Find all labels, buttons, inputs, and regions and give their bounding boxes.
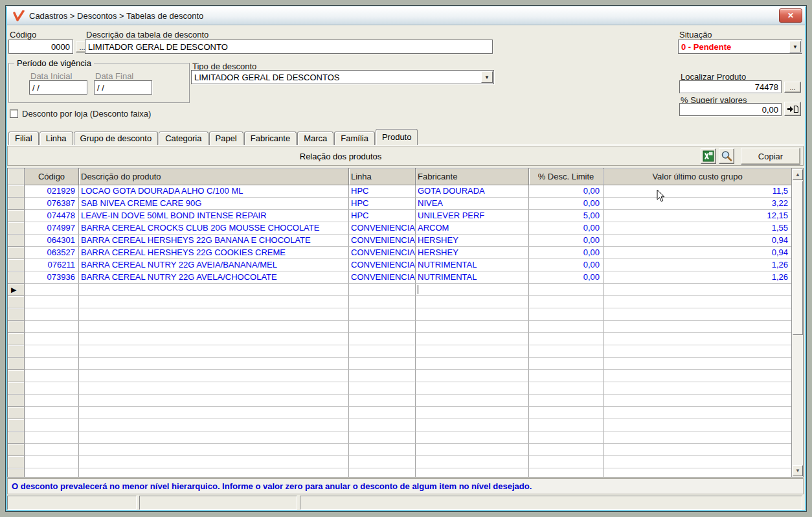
- cell-valor[interactable]: 1,26: [603, 259, 792, 271]
- cell-codigo[interactable]: 076387: [25, 198, 79, 210]
- tab-categoria[interactable]: Categoria: [159, 132, 208, 145]
- cell-fabricante[interactable]: ARCOM: [416, 222, 529, 235]
- grid-vertical-scrollbar[interactable]: ▲ ▼: [791, 168, 803, 477]
- cell-linha[interactable]: CONVENIENCIA: [349, 235, 416, 247]
- cell-linha[interactable]: CONVENIENCIA: [349, 247, 416, 259]
- cell-linha[interactable]: CONVENIENCIA: [349, 271, 416, 284]
- cell-linha[interactable]: CONVENIENCIA: [349, 222, 416, 235]
- cell-codigo[interactable]: 074997: [25, 222, 79, 235]
- cell-descricao[interactable]: [79, 284, 349, 296]
- cell-descricao[interactable]: BARRA CEREAL NUTRY 22G AVELA/CHOCOLATE: [79, 271, 349, 284]
- tab-marca[interactable]: Marca: [297, 132, 333, 145]
- cell-descricao[interactable]: LEAVE-IN DOVE 50ML BOND INTENSE REPAIR: [79, 210, 349, 222]
- column-header-desc_limite[interactable]: % Desc. Limite: [529, 168, 603, 185]
- tipo-desconto-select[interactable]: LIMITADOR GERAL DE DESCONTOS ▼: [191, 70, 494, 84]
- column-header-linha[interactable]: Linha: [349, 168, 416, 185]
- localizar-produto-browse-button[interactable]: ...: [784, 82, 801, 93]
- scroll-up-button[interactable]: ▲: [793, 169, 803, 180]
- table-row[interactable]: 076387SAB NIVEA CREME CARE 90GHPCNIVEA0,…: [8, 198, 792, 210]
- table-row[interactable]: 073936BARRA CEREAL NUTRY 22G AVELA/CHOCO…: [8, 271, 792, 284]
- cell-desc_limite[interactable]: 0,00: [529, 198, 603, 210]
- table-row[interactable]: 076211BARRA CEREAL NUTRY 22G AVEIA/BANAN…: [8, 259, 792, 271]
- tab-linha[interactable]: Linha: [39, 132, 73, 145]
- descricao-field[interactable]: LIMITADOR GERAL DE DESCONTO: [85, 40, 493, 54]
- cell-fabricante[interactable]: NIVEA: [416, 198, 529, 210]
- tab-grupo-de-desconto[interactable]: Grupo de desconto: [74, 132, 159, 145]
- localizar-produto-field[interactable]: 74478: [679, 80, 782, 93]
- cell-codigo[interactable]: 076211: [25, 259, 79, 271]
- tab-filial[interactable]: Filial: [8, 132, 39, 145]
- tab-produto[interactable]: Produto: [376, 129, 418, 145]
- titlebar[interactable]: Cadastros > Descontos > Tabelas de desco…: [7, 7, 805, 25]
- column-header-valor[interactable]: Valor último custo grupo: [603, 168, 792, 185]
- cell-valor[interactable]: 0,94: [603, 235, 792, 247]
- cell-codigo[interactable]: [25, 284, 79, 296]
- current-row[interactable]: ▶: [8, 284, 792, 296]
- copy-button[interactable]: Copiar: [741, 148, 800, 165]
- codigo-field[interactable]: 0000: [8, 40, 73, 54]
- cell-descricao[interactable]: SAB NIVEA CREME CARE 90G: [79, 198, 349, 210]
- cell-valor[interactable]: 11,5: [603, 185, 792, 198]
- close-button[interactable]: ✕: [779, 8, 802, 23]
- cell-desc_limite[interactable]: 5,00: [529, 210, 603, 222]
- cell-codigo[interactable]: 073936: [25, 271, 79, 284]
- situacao-dropdown-button[interactable]: ▼: [789, 41, 801, 52]
- tab-fabricante[interactable]: Fabricante: [244, 132, 297, 145]
- cell-linha[interactable]: HPC: [349, 198, 416, 210]
- cell-fabricante[interactable]: [416, 284, 529, 296]
- cell-valor[interactable]: 1,26: [603, 271, 792, 284]
- tab-papel[interactable]: Papel: [209, 132, 243, 145]
- cell-desc_limite[interactable]: [529, 284, 603, 296]
- cell-valor[interactable]: 1,55: [603, 222, 792, 235]
- cell-linha[interactable]: [349, 284, 416, 296]
- cell-valor[interactable]: 0,94: [603, 247, 792, 259]
- sugerir-valores-field[interactable]: 0,00: [679, 103, 782, 116]
- products-grid[interactable]: CódigoDescrição do produtoLinhaFabricant…: [7, 168, 804, 477]
- search-product-button[interactable]: [719, 148, 734, 164]
- apply-values-button[interactable]: [784, 102, 801, 116]
- column-header-codigo[interactable]: Código: [25, 168, 79, 185]
- data-final-field[interactable]: / /: [94, 80, 152, 95]
- export-excel-button[interactable]: [701, 148, 716, 164]
- column-header-descricao[interactable]: Descrição do produto: [79, 168, 349, 185]
- table-row[interactable]: 074478LEAVE-IN DOVE 50ML BOND INTENSE RE…: [8, 210, 792, 222]
- cell-desc_limite[interactable]: 0,00: [529, 185, 603, 198]
- tab-família[interactable]: Família: [334, 132, 375, 145]
- situacao-select[interactable]: 0 - Pendente ▼: [678, 40, 802, 54]
- data-inicial-field[interactable]: / /: [29, 80, 87, 95]
- cell-fabricante[interactable]: NUTRIMENTAL: [416, 271, 529, 284]
- cell-desc_limite[interactable]: 0,00: [529, 271, 603, 284]
- cell-codigo[interactable]: 063527: [25, 247, 79, 259]
- cell-fabricante[interactable]: NUTRIMENTAL: [416, 259, 529, 271]
- cell-codigo[interactable]: 021929: [25, 185, 79, 198]
- table-row[interactable]: 063527BARRA CEREAL HERSHEYS 22G COOKIES …: [8, 247, 792, 259]
- cell-fabricante[interactable]: UNILEVER PERF: [416, 210, 529, 222]
- scroll-thumb[interactable]: [793, 181, 803, 335]
- cell-valor[interactable]: [603, 284, 792, 296]
- cell-fabricante[interactable]: GOTA DOURADA: [416, 185, 529, 198]
- cell-descricao[interactable]: BARRA CEREAL HERSHEYS 22G BANANA E CHOCO…: [79, 235, 349, 247]
- cell-desc_limite[interactable]: 0,00: [529, 222, 603, 235]
- cell-fabricante[interactable]: HERSHEY: [416, 247, 529, 259]
- tipo-desconto-dropdown-button[interactable]: ▼: [481, 71, 493, 83]
- column-header-fabricante[interactable]: Fabricante: [416, 168, 529, 185]
- cell-desc_limite[interactable]: 0,00: [529, 235, 603, 247]
- cell-codigo[interactable]: 074478: [25, 210, 79, 222]
- scroll-down-button[interactable]: ▼: [793, 465, 803, 476]
- cell-fabricante[interactable]: HERSHEY: [416, 235, 529, 247]
- cell-descricao[interactable]: BARRA CEREAL NUTRY 22G AVEIA/BANANA/MEL: [79, 259, 349, 271]
- table-row[interactable]: 021929LOCAO GOTA DOURADA ALHO C/100 MLHP…: [8, 185, 792, 198]
- cell-codigo[interactable]: 064301: [25, 235, 79, 247]
- table-row[interactable]: 074997BARRA CEREAL CROCKS CLUB 20G MOUSS…: [8, 222, 792, 235]
- cell-valor[interactable]: 3,22: [603, 198, 792, 210]
- table-row[interactable]: 064301BARRA CEREAL HERSHEYS 22G BANANA E…: [8, 235, 792, 247]
- cell-linha[interactable]: HPC: [349, 185, 416, 198]
- cell-desc_limite[interactable]: 0,00: [529, 259, 603, 271]
- desconto-por-loja-checkbox[interactable]: [10, 109, 18, 118]
- cell-descricao[interactable]: BARRA CEREAL HERSHEYS 22G COOKIES CREME: [79, 247, 349, 259]
- cell-descricao[interactable]: LOCAO GOTA DOURADA ALHO C/100 ML: [79, 185, 349, 198]
- cell-linha[interactable]: CONVENIENCIA: [349, 259, 416, 271]
- cell-valor[interactable]: 12,15: [603, 210, 792, 222]
- cell-linha[interactable]: HPC: [349, 210, 416, 222]
- cell-descricao[interactable]: BARRA CEREAL CROCKS CLUB 20G MOUSSE CHOC…: [79, 222, 349, 235]
